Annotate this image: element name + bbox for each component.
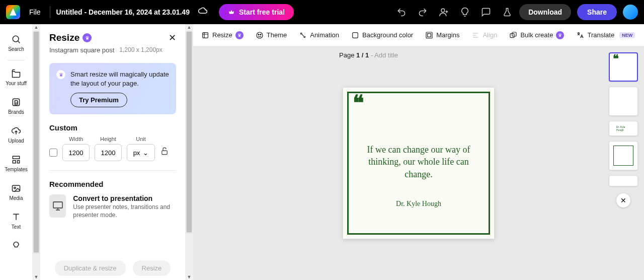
page-number: 1 / 1 (356, 51, 369, 59)
nav-text[interactable]: Text (0, 208, 32, 234)
canvas-stage[interactable]: Page 1 / 1 - Add title ❝ If we can chang… (193, 46, 644, 280)
cb-margins-label: Margins (436, 31, 459, 39)
resize-panel: Resize ♛ ✕ Instagram square post 1,200 x… (40, 24, 185, 280)
scroll-thumb[interactable] (186, 31, 192, 233)
start-trial-button[interactable]: Start free trial (219, 4, 294, 20)
svg-rect-7 (203, 32, 208, 38)
cb-bulk-label: Bulk create (520, 31, 553, 39)
width-input[interactable] (62, 144, 90, 161)
cb-bgcolor[interactable]: Background color (351, 31, 413, 39)
nav-templates[interactable]: Templates (0, 151, 32, 176)
nav-brands[interactable]: Brands (0, 93, 32, 119)
nav-more[interactable] (0, 237, 32, 255)
cloud-sync-icon[interactable] (198, 6, 208, 18)
presentation-icon (49, 194, 66, 218)
scroll-thumb[interactable] (33, 31, 39, 253)
comment-icon[interactable] (480, 6, 492, 18)
nav-search-label: Search (8, 46, 24, 52)
svg-rect-14 (426, 32, 432, 38)
nav-media[interactable]: Media (0, 179, 32, 205)
document-title[interactable]: Untitled - December 16, 2024 at 23.01.49 (56, 8, 190, 16)
redo-icon[interactable] (417, 6, 429, 18)
svg-point-12 (304, 36, 305, 38)
panel-scrollbar[interactable]: ▲ ▼ (32, 24, 40, 280)
cb-theme-label: Theme (267, 31, 287, 39)
file-menu[interactable]: File (26, 6, 44, 18)
premium-crown-icon: ♛ (83, 33, 92, 42)
quotation-mark-icon[interactable]: ❝ (353, 97, 364, 110)
cb-margins[interactable]: Margins (425, 31, 459, 39)
nav-upload[interactable]: Upload (0, 122, 32, 148)
page-indicator[interactable]: Page 1 / 1 - Add title (339, 51, 398, 59)
scroll-up-icon[interactable]: ▲ (186, 24, 192, 30)
unit-value: px (133, 149, 140, 157)
panel-dimensions: 1,200 x 1,200px (119, 46, 162, 54)
aspect-lock-checkbox[interactable] (49, 149, 57, 157)
svg-point-0 (441, 9, 445, 12)
svg-point-1 (13, 36, 19, 42)
nav-media-label: Media (9, 195, 23, 201)
close-panel-button[interactable]: ✕ (169, 32, 176, 43)
svg-point-9 (258, 34, 259, 35)
cb-resize[interactable]: Resize ♛ (201, 31, 244, 39)
height-label: Height (100, 136, 116, 142)
duplicate-resize-button[interactable]: Duplicate & resize (55, 260, 126, 276)
divider (49, 170, 176, 171)
cb-bulk[interactable]: Bulk create ♛ (509, 31, 564, 39)
lightbulb-icon[interactable] (459, 6, 471, 18)
cb-resize-label: Resize (212, 31, 232, 39)
thumbnail-5[interactable] (609, 175, 638, 186)
rec-desc: Use presenter notes, transitions and pre… (73, 203, 176, 219)
scroll-up-icon[interactable]: ▲ (33, 24, 39, 30)
cb-animation[interactable]: Animation (299, 31, 339, 39)
share-button[interactable]: Share (577, 4, 617, 20)
recommended-heading: Recommended (49, 180, 176, 188)
svg-rect-6 (53, 202, 62, 208)
thumbnail-4[interactable] (609, 141, 638, 170)
unit-label: Unit (136, 136, 146, 142)
panel-scrollbar-right[interactable]: ▲ ▼ (185, 24, 193, 280)
thumbnail-1[interactable]: ❝ (609, 52, 638, 82)
width-label: Width (69, 136, 83, 142)
panel-title: Resize (49, 32, 79, 43)
cb-translate[interactable]: Translate NEW (576, 31, 635, 39)
nav-text-label: Text (12, 224, 21, 230)
undo-icon[interactable] (395, 6, 408, 18)
height-input[interactable] (95, 144, 122, 161)
thumbnail-3[interactable]: Dr. Kyle Hough (609, 121, 638, 136)
recommended-item[interactable]: Convert to presentation Use presenter no… (49, 194, 176, 219)
scroll-down-icon[interactable]: ▼ (33, 274, 39, 280)
download-button[interactable]: Download (519, 4, 571, 20)
quote-author[interactable]: Dr. Kyle Hough (349, 200, 489, 208)
lock-icon[interactable] (160, 147, 169, 158)
svg-rect-5 (162, 151, 168, 155)
try-premium-button[interactable]: Try Premium (70, 93, 127, 107)
cb-align: Align (471, 31, 497, 39)
app-logo[interactable] (6, 5, 20, 19)
unit-select[interactable]: px ⌄ (127, 144, 155, 161)
nav-search[interactable]: Search (0, 30, 32, 56)
custom-heading: Custom (49, 123, 176, 132)
left-navigation: Search Your stuff Brands Upload Template… (0, 24, 32, 280)
resize-button[interactable]: Resize (133, 260, 171, 276)
cb-theme[interactable]: Theme (256, 31, 287, 39)
beaker-icon[interactable] (501, 6, 513, 18)
close-thumbnails-button[interactable]: ✕ (616, 193, 630, 207)
svg-rect-13 (353, 32, 358, 38)
quote-frame[interactable]: ❝ If we can change our way of thinking, … (347, 92, 490, 235)
svg-point-11 (301, 33, 302, 34)
scroll-down-icon[interactable]: ▼ (186, 274, 192, 280)
svg-point-4 (14, 187, 16, 189)
quote-text[interactable]: If we can change our way of thinking, ou… (359, 144, 478, 180)
promo-crown-icon: ♛ (56, 70, 65, 79)
divider (50, 6, 50, 18)
new-badge: NEW (619, 32, 635, 38)
artboard[interactable]: ❝ If we can change our way of thinking, … (343, 88, 494, 239)
user-avatar[interactable] (623, 5, 638, 20)
invite-icon[interactable] (438, 6, 450, 18)
nav-yourstuff[interactable]: Your stuff (0, 64, 32, 90)
page-prefix: Page (339, 51, 356, 59)
cb-bgcolor-label: Background color (362, 31, 413, 39)
add-title-hint[interactable]: - Add title (369, 51, 398, 59)
thumbnail-2[interactable] (609, 87, 638, 116)
